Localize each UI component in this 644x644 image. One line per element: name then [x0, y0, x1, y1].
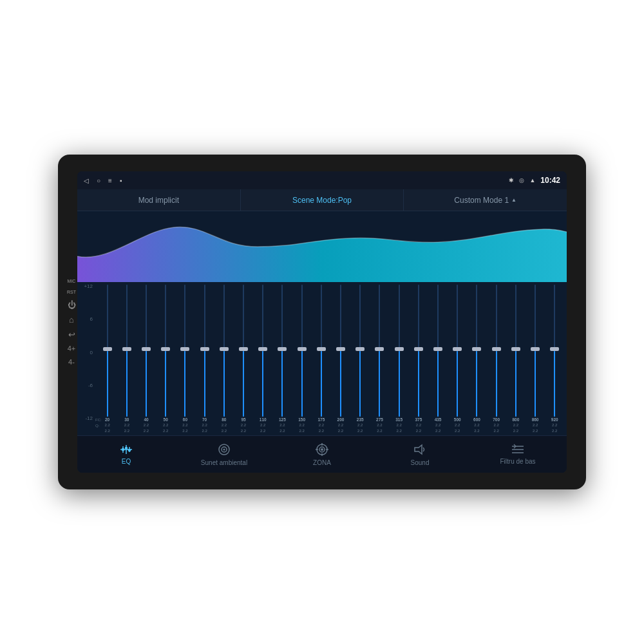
- eq-q-value: 2.2: [222, 428, 227, 433]
- slider-fill: [262, 351, 263, 417]
- back-icon[interactable]: ↩: [68, 330, 75, 339]
- eq-slider-860[interactable]: [526, 285, 544, 417]
- eq-slider-700[interactable]: [487, 285, 506, 417]
- slider-thumb[interactable]: [395, 347, 404, 351]
- slider-thumb[interactable]: [355, 347, 365, 351]
- eq-fc-value: 2.2: [474, 422, 479, 428]
- eq-slider-50[interactable]: [156, 285, 175, 417]
- eq-slider-175[interactable]: [312, 285, 330, 417]
- eq-visualization: [77, 211, 567, 282]
- tab-custom[interactable]: Custom Mode 1 ▲: [404, 189, 567, 211]
- slider-thumb[interactable]: [453, 347, 462, 351]
- svg-point-12: [321, 448, 323, 451]
- slider-fill: [437, 351, 439, 417]
- nav-sound-label: Sound: [411, 459, 430, 466]
- tab-default[interactable]: Mod implicit: [77, 189, 241, 211]
- slider-thumb[interactable]: [258, 347, 267, 351]
- eq-slider-40[interactable]: [137, 285, 155, 417]
- slider-thumb[interactable]: [511, 347, 520, 351]
- eq-slider-30[interactable]: [117, 285, 136, 417]
- eq-q-value: 2.2: [319, 428, 324, 433]
- slider-thumb[interactable]: [317, 347, 326, 351]
- eq-slider-375[interactable]: [409, 285, 428, 417]
- eq-label-600: 6002.22.2: [468, 417, 486, 433]
- tab-scene[interactable]: Scene Mode:Pop: [241, 189, 404, 211]
- eq-freq-label: 920: [551, 417, 558, 422]
- eq-slider-920[interactable]: [545, 285, 564, 417]
- slider-thumb[interactable]: [550, 347, 559, 351]
- power-icon[interactable]: ⏻: [68, 301, 76, 309]
- nav-bass-label: Filtru de bas: [500, 458, 535, 465]
- chevron-up-icon: ▲: [511, 197, 516, 203]
- slider-thumb[interactable]: [336, 347, 345, 351]
- slider-thumb[interactable]: [239, 347, 248, 351]
- slider-thumb[interactable]: [298, 347, 307, 351]
- eq-fc-value: 2.2: [493, 422, 498, 428]
- eq-slider-800[interactable]: [506, 285, 525, 417]
- slider-fill: [515, 351, 516, 417]
- slider-thumb[interactable]: [122, 347, 131, 351]
- vol-down-icon[interactable]: 4-: [68, 359, 75, 366]
- recent-icon[interactable]: ▪: [120, 177, 122, 184]
- slider-thumb[interactable]: [161, 347, 170, 351]
- eq-q-value: 2.2: [202, 428, 207, 433]
- slider-thumb[interactable]: [142, 347, 151, 351]
- eq-fc-value: 2.2: [416, 422, 421, 428]
- scale-6: 6: [90, 316, 93, 322]
- slider-fill: [243, 351, 244, 417]
- eq-fc-value: 2.2: [533, 422, 538, 428]
- slider-thumb[interactable]: [200, 347, 209, 351]
- slider-thumb[interactable]: [103, 347, 112, 351]
- eq-slider-20[interactable]: [98, 285, 117, 417]
- nav-zone[interactable]: ZONA: [273, 436, 371, 473]
- eq-label-70: 702.22.2: [195, 417, 214, 433]
- slider-thumb[interactable]: [472, 347, 481, 351]
- eq-fc-value: 2.2: [435, 422, 440, 428]
- slider-thumb[interactable]: [492, 347, 501, 351]
- nav-sound[interactable]: Sound: [371, 436, 469, 473]
- slider-thumb[interactable]: [433, 347, 442, 351]
- slider-thumb[interactable]: [375, 347, 384, 351]
- eq-slider-95[interactable]: [234, 285, 252, 417]
- slider-thumb[interactable]: [180, 347, 189, 351]
- eq-slider-150[interactable]: [292, 285, 311, 417]
- slider-thumb[interactable]: [278, 347, 287, 351]
- vol-up-icon[interactable]: 4+: [68, 345, 76, 352]
- eq-slider-200[interactable]: [331, 285, 350, 417]
- eq-q-value: 2.2: [182, 428, 187, 433]
- eq-slider-500[interactable]: [448, 285, 467, 417]
- bottom-nav: EQ Sunet ambiental: [77, 435, 567, 473]
- eq-freq-label: 700: [493, 417, 500, 422]
- nav-bass[interactable]: Filtru de bas: [469, 436, 567, 473]
- eq-slider-235[interactable]: [351, 285, 370, 417]
- slider-thumb[interactable]: [531, 347, 540, 351]
- slider-thumb[interactable]: [220, 347, 229, 351]
- eq-slider-125[interactable]: [273, 285, 292, 417]
- eq-slider-600[interactable]: [468, 285, 486, 417]
- back-nav-icon[interactable]: ◁: [84, 177, 89, 184]
- eq-slider-60[interactable]: [176, 285, 194, 417]
- slider-fill: [126, 351, 128, 417]
- slider-fill: [146, 351, 147, 417]
- eq-label-40: 402.22.2: [137, 417, 155, 433]
- eq-slider-435[interactable]: [428, 285, 447, 417]
- eq-slider-110[interactable]: [254, 285, 272, 417]
- nav-ambient[interactable]: Sunet ambiental: [175, 436, 273, 473]
- nav-eq-label: EQ: [122, 458, 131, 465]
- slider-fill: [496, 351, 497, 417]
- slider-thumb[interactable]: [414, 347, 423, 351]
- nav-eq[interactable]: EQ: [77, 436, 175, 473]
- menu-icon[interactable]: ≡: [108, 177, 112, 184]
- eq-q-value: 2.2: [416, 428, 421, 433]
- eq-slider-80[interactable]: [214, 285, 233, 417]
- eq-fc-value: 2.2: [279, 422, 285, 428]
- eq-slider-70[interactable]: [195, 285, 214, 417]
- slider-track: [243, 285, 244, 417]
- home-icon[interactable]: ⌂: [69, 316, 74, 324]
- eq-slider-275[interactable]: [370, 285, 389, 417]
- svg-rect-5: [125, 447, 128, 450]
- eq-q-value: 2.2: [279, 428, 285, 433]
- nav-zone-label: ZONA: [313, 459, 331, 466]
- eq-slider-315[interactable]: [390, 285, 408, 417]
- home-nav-icon[interactable]: ○: [97, 177, 100, 184]
